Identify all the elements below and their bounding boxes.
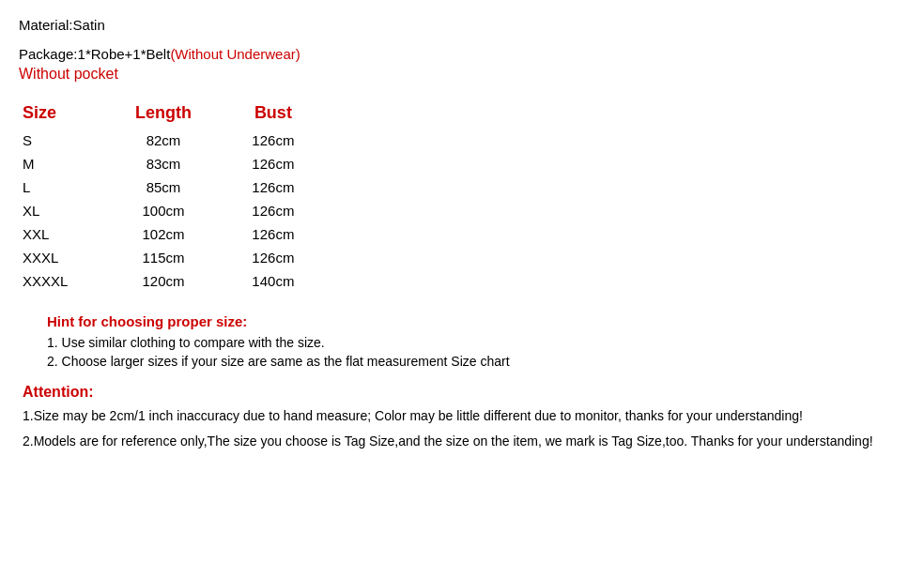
table-cell: M bbox=[23, 152, 122, 175]
size-table: Size Length Bust S82cm126cmM83cm126cmL85… bbox=[23, 99, 905, 293]
table-row: XL100cm126cm bbox=[23, 199, 342, 222]
package-red-part: (Without Underwear) bbox=[170, 46, 300, 62]
without-pocket: Without pocket bbox=[19, 66, 905, 83]
col-header-length: Length bbox=[122, 99, 242, 129]
table-cell: 115cm bbox=[122, 246, 242, 269]
table-cell: 100cm bbox=[122, 199, 242, 222]
table-cell: 120cm bbox=[122, 269, 242, 293]
table-row: XXL102cm126cm bbox=[23, 222, 342, 246]
table-cell: 85cm bbox=[122, 175, 242, 199]
package-line: Package:1*Robe+1*Belt(Without Underwear) bbox=[19, 46, 905, 62]
table-cell: 126cm bbox=[242, 175, 342, 199]
table-cell: 102cm bbox=[122, 222, 242, 246]
table-row: XXXL115cm126cm bbox=[23, 246, 342, 269]
attention-section: Attention: 1.Size may be 2cm/1 inch inac… bbox=[23, 384, 905, 451]
table-cell: 140cm bbox=[242, 269, 342, 293]
table-cell: 82cm bbox=[122, 129, 242, 152]
table-row: S82cm126cm bbox=[23, 129, 342, 152]
col-header-bust: Bust bbox=[242, 99, 342, 129]
hint-section: Hint for choosing proper size: 1. Use si… bbox=[47, 313, 905, 369]
table-cell: 126cm bbox=[242, 129, 342, 152]
table-cell: XXXL bbox=[23, 246, 122, 269]
table-cell: XXL bbox=[23, 222, 122, 246]
table-cell: XXXXL bbox=[23, 269, 122, 293]
table-row: M83cm126cm bbox=[23, 152, 342, 175]
table-cell: L bbox=[23, 175, 122, 199]
hint-title: Hint for choosing proper size: bbox=[47, 313, 905, 329]
table-row: L85cm126cm bbox=[23, 175, 342, 199]
material-value: Satin bbox=[73, 17, 105, 33]
table-cell: 83cm bbox=[122, 152, 242, 175]
table-cell: 126cm bbox=[242, 152, 342, 175]
material-line: Material:Satin bbox=[19, 17, 905, 33]
material-label: Material: bbox=[19, 17, 73, 33]
attention-title: Attention: bbox=[23, 384, 905, 401]
table-cell: 126cm bbox=[242, 222, 342, 246]
table-cell: 126cm bbox=[242, 246, 342, 269]
attention-item-2: 2.Models are for reference only,The size… bbox=[23, 432, 905, 451]
attention-item-1: 1.Size may be 2cm/1 inch inaccuracy due … bbox=[23, 406, 905, 426]
package-value: 1*Robe+1*Belt bbox=[78, 46, 171, 62]
table-cell: S bbox=[23, 129, 122, 152]
col-header-size: Size bbox=[23, 99, 122, 129]
hint-item-2: 2. Choose larger sizes if your size are … bbox=[47, 354, 905, 369]
hint-item-1: 1. Use similar clothing to compare with … bbox=[47, 335, 905, 350]
package-label: Package: bbox=[19, 46, 78, 62]
table-cell: XL bbox=[23, 199, 122, 222]
table-row: XXXXL120cm140cm bbox=[23, 269, 342, 293]
table-cell: 126cm bbox=[242, 199, 342, 222]
